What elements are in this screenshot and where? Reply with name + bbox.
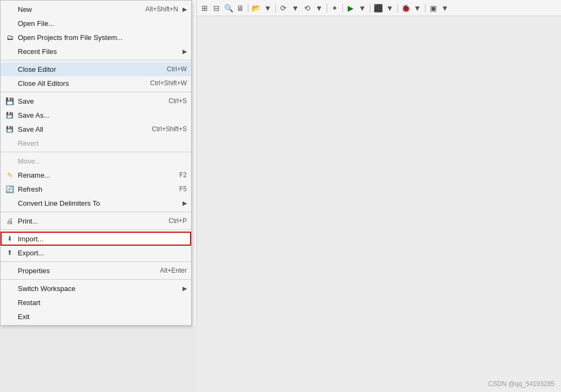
toolbar-icon-4[interactable]: 🖥 [235,3,246,13]
toolbar-icon-9[interactable]: ⟲ [302,3,313,13]
menu-item-label-open-project: Open Projects from File System... [18,33,187,42]
menu-item-open-project[interactable]: 🗂Open Projects from File System... [1,30,191,44]
menu-item-rename[interactable]: ✎Rename...F2 [1,168,191,182]
menu-item-switch-workspace[interactable]: Switch Workspace▶ [1,281,191,295]
toolbar-icon-2[interactable]: ⊟ [211,3,222,13]
menu-item-print[interactable]: 🖨Print...Ctrl+P [1,214,191,228]
menu-item-label-rename: Rename... [18,171,168,179]
toolbar-icon-18[interactable]: ▼ [440,3,450,13]
menu-item-icon-recent-files [5,46,15,56]
toolbar-icon-14[interactable]: ▼ [384,3,395,13]
menu-item-label-save-all: Save All [18,125,141,133]
menu-item-icon-print: 🖨 [5,216,15,226]
menu-item-label-refresh: Refresh [18,185,168,193]
menu-item-save-as[interactable]: 💾Save As... [1,108,191,122]
menu-item-icon-move [5,156,15,166]
toolbar-icon-17[interactable]: ▣ [428,3,438,13]
menu-item-recent-files[interactable]: Recent Files▶ [1,44,191,58]
menu-item-icon-save-as: 💾 [5,110,15,120]
toolbar-icon-11[interactable]: ✦ [329,3,340,13]
menu-item-icon-switch-workspace [5,283,15,293]
menu-separator-sep7 [1,279,191,280]
menu-item-icon-save-all: 💾 [5,124,15,134]
menu-item-label-close-all-editors: Close All Editors [18,79,139,87]
menu-item-export[interactable]: ⬆Export... [1,246,191,260]
menu-item-arrow-convert-line: ▶ [183,200,187,207]
menu-item-shortcut-new: Alt+Shift+N [145,5,178,13]
menu-separator-sep3 [1,152,191,152]
menu-item-icon-open-project: 🗂 [5,32,15,42]
menu-item-label-recent-files: Recent Files [18,48,178,56]
menu-item-icon-rename: ✎ [5,170,15,180]
menu-item-save[interactable]: 💾SaveCtrl+S [1,94,191,108]
toolbar-icon-8[interactable]: ▼ [290,3,301,13]
menu-item-icon-open-file [5,18,15,28]
toolbar-icon-10[interactable]: ▼ [314,3,325,13]
menu-item-icon-properties [5,266,15,275]
menu-item-icon-close-all-editors [5,78,15,88]
toolbar-sep-1 [248,4,248,12]
menu-item-label-properties: Properties [18,267,149,275]
menu-item-icon-export: ⬆ [5,248,15,258]
file-menu-container: NewAlt+Shift+N▶Open File...🗂Open Project… [0,0,197,326]
menu-separator-sep5 [1,229,191,230]
menu-separator-sep2 [1,92,191,92]
menu-item-open-file[interactable]: Open File... [1,16,191,30]
menu-item-properties[interactable]: PropertiesAlt+Enter [1,263,191,278]
menu-item-shortcut-print: Ctrl+P [168,217,187,225]
menu-item-move[interactable]: Move... [1,154,191,168]
toolbar-icon-12[interactable]: ▼ [357,3,368,13]
toolbar-icon-search[interactable]: 🔍 [223,3,234,13]
menu-item-shortcut-save: Ctrl+S [168,97,187,105]
menu-item-label-convert-line: Convert Line Delimiters To [18,199,178,207]
menu-item-label-save: Save [18,97,158,105]
menu-item-icon-convert-line [5,198,15,208]
toolbar-sep-7 [425,4,425,12]
toolbar-icon-16[interactable]: ▼ [412,3,423,13]
menu-item-close-all-editors[interactable]: Close All EditorsCtrl+Shift+W [1,76,191,90]
menu-item-new[interactable]: NewAlt+Shift+N▶ [1,2,191,16]
menu-item-arrow-new: ▶ [183,6,187,13]
toolbar-icon-13[interactable]: ⬛ [373,3,383,13]
menu-item-revert[interactable]: Revert [1,136,191,150]
toolbar-sep-2 [275,4,276,12]
main-content-area [197,16,561,392]
menu-item-shortcut-refresh: F5 [179,185,187,193]
menu-item-icon-revert [5,138,15,148]
menu-item-icon-new [5,4,15,14]
toolbar-sep-4 [342,4,343,12]
file-menu: NewAlt+Shift+N▶Open File...🗂Open Project… [0,0,192,326]
menu-separator-sep4 [1,212,191,212]
menu-item-shortcut-close-all-editors: Ctrl+Shift+W [150,79,187,87]
menu-item-arrow-switch-workspace: ▶ [183,285,187,292]
menu-item-label-switch-workspace: Switch Workspace [18,285,178,293]
menu-item-icon-import: ⬇ [5,234,15,244]
menu-item-arrow-recent-files: ▶ [183,48,187,55]
menu-item-icon-exit [5,312,15,321]
toolbar-icon-6[interactable]: ▼ [262,3,273,13]
menu-separator-sep1 [1,60,191,60]
menu-item-close-editor[interactable]: Close EditorCtrl+W [1,62,191,76]
toolbar-icon-7[interactable]: ⟳ [278,3,289,13]
toolbar-icon-5[interactable]: 📂 [251,3,261,13]
toolbar-sep-5 [370,4,370,12]
menu-item-shortcut-save-all: Ctrl+Shift+S [152,125,187,133]
menu-item-label-restart: Restart [18,299,187,307]
menu-item-import[interactable]: ⬇Import... [1,232,191,246]
toolbar-sep-6 [397,4,398,12]
toolbar-icon-run[interactable]: ▶ [345,3,356,13]
menu-item-label-save-as: Save As... [18,111,187,119]
menu-item-icon-refresh: 🔄 [5,184,15,194]
toolbar-icon-1[interactable]: ⊞ [199,3,210,13]
menu-item-icon-close-editor [5,64,15,74]
menu-item-label-new: New [18,5,134,13]
menu-item-convert-line[interactable]: Convert Line Delimiters To▶ [1,196,191,210]
menu-item-refresh[interactable]: 🔄RefreshF5 [1,182,191,196]
toolbar-icon-15[interactable]: 🐞 [400,3,411,13]
menu-item-label-exit: Exit [18,313,187,321]
menu-item-exit[interactable]: Exit [1,309,191,323]
menu-item-save-all[interactable]: 💾Save AllCtrl+Shift+S [1,122,191,136]
menu-item-restart[interactable]: Restart [1,295,191,309]
toolbar: ⊞ ⊟ 🔍 🖥 📂 ▼ ⟳ ▼ ⟲ ▼ ✦ ▶ ▼ ⬛ ▼ 🐞 ▼ ▣ ▼ [197,0,561,16]
menu-item-label-print: Print... [18,217,158,225]
